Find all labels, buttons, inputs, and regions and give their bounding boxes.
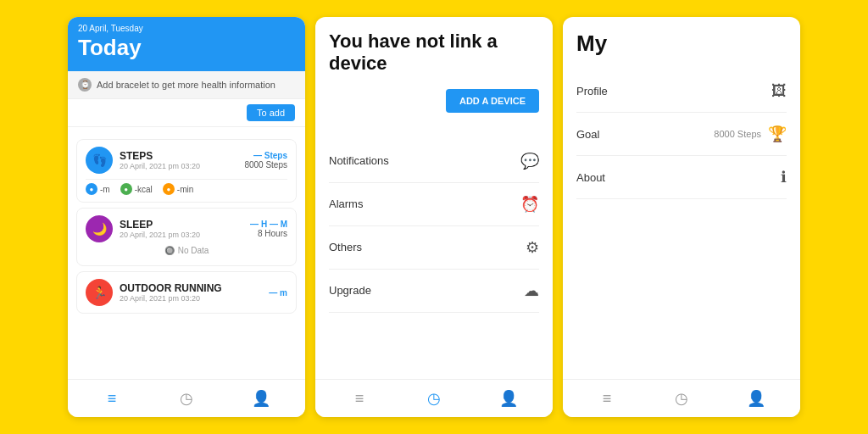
running-date: 20 April, 2021 pm 03:20 [120, 294, 222, 303]
device-spacer [329, 126, 539, 133]
screen3-footer-home[interactable]: ≡ [595, 387, 619, 410]
steps-info: STEPS 20 April, 2021 pm 03:20 [120, 150, 200, 170]
footer-profile-icon[interactable]: 👤 [249, 387, 273, 410]
profile-item[interactable]: Profile 🖼 [576, 70, 787, 113]
menu-item-notifications[interactable]: Notifications 💬 [329, 140, 539, 183]
sleep-icon: 🌙 [86, 215, 113, 242]
activities-list: 👣 STEPS 20 April, 2021 pm 03:20 — Steps … [68, 127, 305, 379]
steps-header: 👣 STEPS 20 April, 2021 pm 03:20 — Steps … [86, 147, 287, 174]
screen2-footer-home[interactable]: ≡ [348, 387, 371, 410]
sleep-value-label: — H — M [250, 220, 287, 229]
steps-value-label: — Steps [244, 151, 287, 160]
screen1-footer: ≡ ◷ 👤 [68, 379, 305, 417]
steps-right: — Steps 8000 Steps [244, 151, 287, 170]
screen3-footer: ≡ ◷ 👤 [563, 379, 800, 417]
screen-my: My Profile 🖼 Goal 8000 Steps 🏆 About ℹ [563, 17, 800, 417]
device-menu-list: Notifications 💬 Alarms ⏰ Others ⚙ Upgrad… [329, 140, 539, 313]
alarms-label: Alarms [329, 198, 363, 210]
bracelet-icon: ⌚ [78, 78, 92, 92]
upgrade-icon: ☁ [524, 281, 539, 300]
sleep-info: SLEEP 20 April, 2021 pm 03:20 [120, 219, 200, 239]
my-content: My Profile 🖼 Goal 8000 Steps 🏆 About ℹ [563, 17, 800, 379]
my-title: My [576, 31, 787, 57]
profile-right: 🖼 [771, 82, 787, 100]
sleep-left: 🌙 SLEEP 20 April, 2021 pm 03:20 [86, 215, 200, 242]
banner-text: Add bracelet to get more health informat… [97, 80, 275, 90]
today-title: Today [78, 35, 295, 61]
screen2-footer: ≡ ◷ 👤 [315, 379, 553, 417]
sleep-no-data: 🔘 No Data [86, 242, 287, 259]
footer-clock-icon[interactable]: ◷ [175, 387, 198, 410]
goal-value: 8000 Steps [714, 129, 761, 139]
steps-stats: ● -m ● -kcal ● -min [86, 179, 287, 195]
sleep-header: 🌙 SLEEP 20 April, 2021 pm 03:20 — H — M … [86, 215, 287, 242]
profile-label: Profile [576, 85, 608, 97]
goal-right: 8000 Steps 🏆 [714, 125, 787, 143]
running-name: OUTDOOR RUNNING [120, 282, 222, 294]
about-label: About [576, 171, 605, 184]
minutes-icon: ● [163, 183, 175, 195]
upgrade-label: Upgrade [329, 284, 371, 297]
no-data-text: No Data [178, 246, 209, 255]
steps-count: 8000 Steps [244, 160, 287, 170]
screen-device: You have not link a device ADD A DEVICE … [315, 17, 553, 417]
running-right: — m [269, 288, 287, 298]
alarms-icon: ⏰ [520, 195, 539, 214]
running-value: — m [269, 288, 287, 298]
distance-icon: ● [86, 183, 97, 195]
menu-item-others[interactable]: Others ⚙ [329, 226, 539, 270]
steps-date: 20 April, 2021 pm 03:20 [120, 162, 200, 170]
calories-icon: ● [120, 183, 132, 195]
sleep-right: — H — M 8 Hours [250, 220, 287, 238]
goal-label: Goal [576, 128, 599, 141]
sleep-card: 🌙 SLEEP 20 April, 2021 pm 03:20 — H — M … [76, 208, 297, 266]
notifications-icon: 💬 [520, 152, 539, 170]
add-device-button[interactable]: ADD A DEVICE [446, 89, 539, 113]
steps-icon: 👣 [86, 147, 113, 174]
about-icon: ℹ [781, 168, 787, 186]
bracelet-banner: ⌚ Add bracelet to get more health inform… [68, 71, 305, 99]
no-device-title: You have not link a device [329, 31, 539, 75]
screen3-footer-clock[interactable]: ◷ [670, 387, 693, 410]
minutes-value: -min [177, 185, 193, 194]
about-item[interactable]: About ℹ [576, 156, 787, 199]
goal-item[interactable]: Goal 8000 Steps 🏆 [576, 113, 787, 156]
running-info: OUTDOOR RUNNING 20 April, 2021 pm 03:20 [120, 282, 222, 303]
distance-value: -m [100, 185, 110, 194]
profile-icon: 🖼 [771, 82, 787, 100]
screen-today: 20 April, Tuesday Today ⌚ Add bracelet t… [68, 17, 305, 417]
running-icon: 🏃 [86, 279, 113, 306]
screen2-footer-clock[interactable]: ◷ [422, 387, 446, 410]
others-label: Others [329, 241, 362, 253]
steps-name: STEPS [120, 150, 200, 162]
sleep-hours: 8 Hours [250, 229, 287, 238]
screen3-footer-profile[interactable]: 👤 [744, 387, 768, 410]
notifications-label: Notifications [329, 154, 389, 167]
today-date: 20 April, Tuesday [78, 24, 295, 33]
steps-minutes: ● -min [163, 183, 193, 195]
device-content: You have not link a device ADD A DEVICE … [315, 17, 553, 379]
screens-container: 20 April, Tuesday Today ⌚ Add bracelet t… [54, 0, 814, 434]
footer-home-icon[interactable]: ≡ [100, 387, 124, 410]
sleep-name: SLEEP [120, 219, 200, 231]
goal-icon: 🏆 [768, 125, 787, 143]
to-add-button[interactable]: To add [247, 104, 295, 121]
running-left: 🏃 OUTDOOR RUNNING 20 April, 2021 pm 03:2… [86, 279, 222, 306]
running-card: 🏃 OUTDOOR RUNNING 20 April, 2021 pm 03:2… [76, 271, 297, 314]
menu-item-alarms[interactable]: Alarms ⏰ [329, 183, 539, 226]
menu-item-upgrade[interactable]: Upgrade ☁ [329, 270, 539, 313]
steps-distance: ● -m [86, 183, 110, 195]
steps-card: 👣 STEPS 20 April, 2021 pm 03:20 — Steps … [76, 139, 297, 203]
calories-value: -kcal [135, 185, 153, 194]
about-right: ℹ [781, 168, 787, 186]
steps-left: 👣 STEPS 20 April, 2021 pm 03:20 [86, 147, 200, 174]
sleep-date: 20 April, 2021 pm 03:20 [120, 231, 200, 239]
steps-calories: ● -kcal [120, 183, 153, 195]
today-header: 20 April, Tuesday Today [68, 17, 305, 71]
others-icon: ⚙ [526, 238, 539, 257]
running-header: 🏃 OUTDOOR RUNNING 20 April, 2021 pm 03:2… [86, 279, 287, 306]
to-add-row: To add [68, 99, 305, 127]
screen2-footer-profile[interactable]: 👤 [497, 387, 520, 410]
no-data-icon: 🔘 [164, 246, 175, 255]
